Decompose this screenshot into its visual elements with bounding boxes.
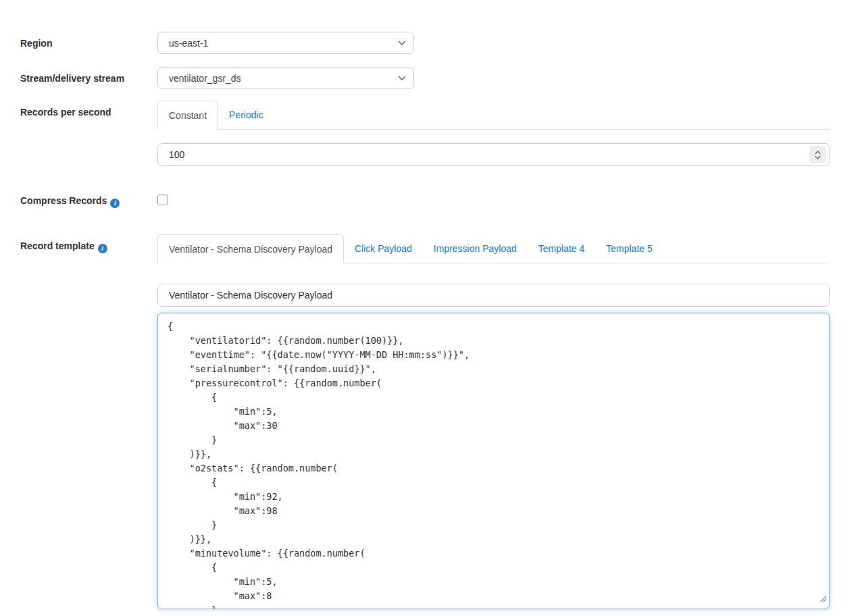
record-template-editor[interactable]: { "ventilatorid": {{random.number(100)}}… [157,313,830,609]
compress-records-checkbox[interactable] [157,195,168,205]
tab-template-1[interactable]: Ventilator - Schema Discovery Payload [157,234,344,263]
template-tabs: Ventilator - Schema Discovery Payload Cl… [157,234,830,263]
kinesis-data-generator-form: Region us-east-1 Stream/delivery stream … [0,0,862,609]
region-select[interactable]: us-east-1 [157,32,414,54]
tab-periodic[interactable]: Periodic [218,101,274,129]
records-per-second-row: Records per second Constant Periodic [20,101,830,166]
tab-template-3[interactable]: Impression Payload [423,234,528,263]
tab-template-2[interactable]: Click Payload [344,234,423,263]
stream-select[interactable]: ventilator_gsr_ds [157,67,414,89]
tab-template-5[interactable]: Template 5 [595,234,663,263]
number-stepper[interactable] [809,146,826,163]
tab-constant[interactable]: Constant [157,101,218,130]
region-label: Region [20,32,157,49]
records-per-second-input[interactable] [157,143,830,166]
info-icon[interactable]: i [110,199,120,208]
template-name-input[interactable] [157,284,830,307]
region-row: Region us-east-1 [20,32,830,54]
compress-records-label: Compress Recordsi [20,194,157,207]
stream-label: Stream/delivery stream [20,67,157,84]
rate-tabs: Constant Periodic [157,101,830,130]
resize-handle-icon[interactable] [819,594,827,605]
records-per-second-label: Records per second [20,101,157,118]
stream-row: Stream/delivery stream ventilator_gsr_ds [20,67,830,89]
info-icon[interactable]: i [98,244,107,253]
tab-template-4[interactable]: Template 4 [528,234,595,263]
compress-records-row: Compress Recordsi [20,194,830,207]
record-template-row: Record templatei Ventilator - Schema Dis… [20,234,830,609]
record-template-label: Record templatei [20,234,157,252]
